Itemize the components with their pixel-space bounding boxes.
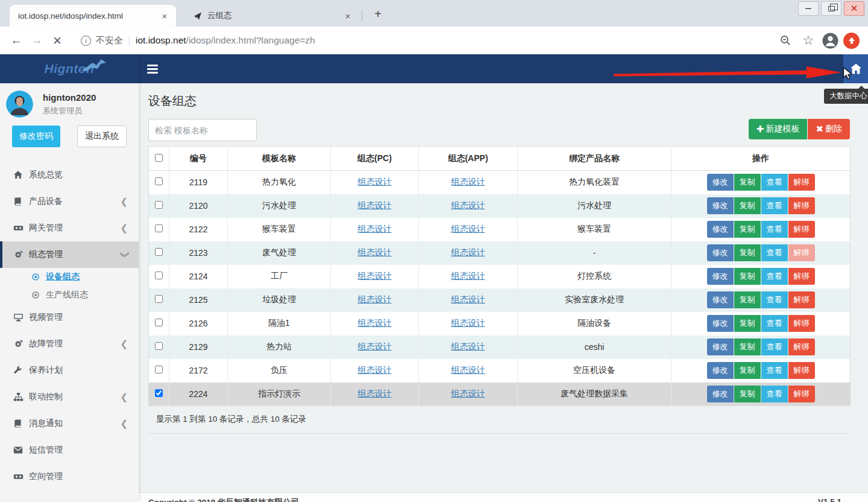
view-button[interactable]: 查看 <box>761 174 788 191</box>
new-template-button[interactable]: ✚新建模板 <box>749 119 808 139</box>
close-button[interactable]: ✕ <box>844 1 864 16</box>
sidebar-item-0[interactable]: 系统总览 <box>0 162 139 188</box>
url-path[interactable]: /idosp/index.html?language=zh <box>186 35 315 46</box>
row-checkbox[interactable] <box>155 201 163 209</box>
config-design-link-pc[interactable]: 组态设计 <box>358 247 392 257</box>
config-design-link-pc[interactable]: 组态设计 <box>358 342 392 351</box>
config-design-link-pc[interactable]: 组态设计 <box>358 365 392 375</box>
unbind-button[interactable]: 解绑 <box>788 338 815 355</box>
modify-button[interactable]: 修改 <box>707 174 734 191</box>
browser-profile-icon[interactable] <box>822 33 838 49</box>
modify-button[interactable]: 修改 <box>707 362 734 379</box>
copy-button[interactable]: 复制 <box>734 221 761 238</box>
unbind-button[interactable]: 解绑 <box>788 315 815 332</box>
row-checkbox[interactable] <box>155 295 163 303</box>
sidebar-item-5[interactable]: 故障管理❮ <box>0 331 139 357</box>
search-input[interactable] <box>148 119 257 141</box>
config-design-link-pc[interactable]: 组态设计 <box>358 271 392 281</box>
sidebar-item-2[interactable]: 网关管理❮ <box>0 215 139 241</box>
sidebar-item-4[interactable]: 视频管理 <box>0 304 139 331</box>
modify-button[interactable]: 修改 <box>707 197 734 214</box>
config-design-link-pc[interactable]: 组态设计 <box>358 294 392 304</box>
sidebar-item-7[interactable]: 联动控制❮ <box>0 384 139 410</box>
copy-button[interactable]: 复制 <box>734 386 761 402</box>
unbind-button[interactable]: 解绑 <box>788 291 815 308</box>
sidebar-item-3[interactable]: 组态管理❮ <box>0 241 139 268</box>
unbind-button[interactable]: 解绑 <box>788 221 815 238</box>
big-data-center-home-button[interactable] <box>843 54 868 83</box>
config-design-link-pc[interactable]: 组态设计 <box>358 200 392 210</box>
unbind-button[interactable]: 解绑 <box>788 174 815 191</box>
row-checkbox[interactable] <box>155 177 163 185</box>
user-avatar[interactable] <box>6 91 33 118</box>
config-design-link-app[interactable]: 组态设计 <box>451 389 485 398</box>
modify-button[interactable]: 修改 <box>707 221 734 238</box>
forward-icon[interactable]: → <box>27 30 47 51</box>
sidebar-item-9[interactable]: 短信管理 <box>0 437 139 463</box>
zoom-out-icon[interactable] <box>776 30 794 51</box>
copy-button[interactable]: 复制 <box>734 268 761 285</box>
copy-button[interactable]: 复制 <box>734 338 761 355</box>
config-design-link-app[interactable]: 组态设计 <box>451 177 485 186</box>
unbind-button[interactable]: 解绑 <box>788 362 815 379</box>
change-password-button[interactable]: 修改密码 <box>12 126 60 147</box>
browser-tab-cloud-scada[interactable]: 云组态 × <box>183 5 359 27</box>
copy-button[interactable]: 复制 <box>734 174 761 191</box>
copy-button[interactable]: 复制 <box>734 362 761 379</box>
unbind-button[interactable]: 解绑 <box>788 386 815 402</box>
select-all-checkbox[interactable] <box>155 154 163 162</box>
hamburger-menu-icon[interactable] <box>147 62 160 75</box>
view-button[interactable]: 查看 <box>761 197 788 214</box>
config-design-link-app[interactable]: 组态设计 <box>451 271 485 281</box>
browser-extension-icon[interactable] <box>843 33 860 49</box>
config-design-link-app[interactable]: 组态设计 <box>451 294 485 304</box>
row-checkbox[interactable] <box>155 342 163 350</box>
config-design-link-app[interactable]: 组态设计 <box>451 365 485 375</box>
sidebar-item-10[interactable]: 空间管理 <box>0 463 139 490</box>
stop-reload-icon[interactable]: ✕ <box>47 30 68 51</box>
config-design-link-pc[interactable]: 组态设计 <box>358 318 392 328</box>
modify-button[interactable]: 修改 <box>707 244 734 261</box>
logout-button[interactable]: 退出系统 <box>77 126 127 147</box>
sidebar-item-8[interactable]: 消息通知❮ <box>0 410 139 437</box>
view-button[interactable]: 查看 <box>761 244 788 261</box>
config-design-link-app[interactable]: 组态设计 <box>451 200 485 210</box>
view-button[interactable]: 查看 <box>761 362 788 379</box>
row-checkbox[interactable] <box>155 248 163 256</box>
modify-button[interactable]: 修改 <box>707 386 734 402</box>
sidebar-item-6[interactable]: 保养计划 <box>0 357 139 384</box>
config-design-link-pc[interactable]: 组态设计 <box>358 177 392 186</box>
row-checkbox[interactable] <box>155 389 163 397</box>
config-design-link-pc[interactable]: 组态设计 <box>358 389 392 398</box>
modify-button[interactable]: 修改 <box>707 338 734 355</box>
view-button[interactable]: 查看 <box>761 268 788 285</box>
config-design-link-pc[interactable]: 组态设计 <box>358 224 392 234</box>
tab-close-icon[interactable]: × <box>342 10 353 21</box>
browser-tab-current[interactable]: iot.idosp.net/idosp/index.html × <box>10 5 176 27</box>
sidebar-subitem-3-0[interactable]: 设备组态 <box>0 268 139 286</box>
config-design-link-app[interactable]: 组态设计 <box>451 224 485 234</box>
modify-button[interactable]: 修改 <box>707 291 734 308</box>
modify-button[interactable]: 修改 <box>707 315 734 332</box>
page-info-icon[interactable]: i <box>81 36 91 46</box>
copy-button[interactable]: 复制 <box>734 197 761 214</box>
url-host[interactable]: iot.idosp.net <box>136 35 186 46</box>
view-button[interactable]: 查看 <box>761 386 788 402</box>
copy-button[interactable]: 复制 <box>734 315 761 332</box>
bookmark-star-icon[interactable]: ☆ <box>799 30 817 51</box>
unbind-button[interactable]: 解绑 <box>788 244 815 261</box>
config-design-link-app[interactable]: 组态设计 <box>451 247 485 257</box>
view-button[interactable]: 查看 <box>761 221 788 238</box>
copy-button[interactable]: 复制 <box>734 244 761 261</box>
back-icon[interactable]: ← <box>6 30 27 51</box>
copy-button[interactable]: 复制 <box>734 291 761 308</box>
modify-button[interactable]: 修改 <box>707 268 734 285</box>
view-button[interactable]: 查看 <box>761 338 788 355</box>
config-design-link-app[interactable]: 组态设计 <box>451 318 485 328</box>
restore-button[interactable] <box>821 1 841 16</box>
delete-button[interactable]: ✖删除 <box>808 119 850 139</box>
tab-close-icon[interactable]: × <box>159 10 170 21</box>
unbind-button[interactable]: 解绑 <box>788 197 815 214</box>
row-checkbox[interactable] <box>155 272 163 279</box>
row-checkbox[interactable] <box>155 366 163 373</box>
